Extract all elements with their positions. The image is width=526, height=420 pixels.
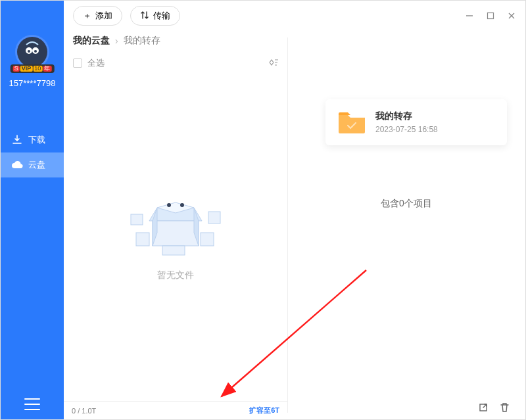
chevron-right-icon: › bbox=[115, 35, 118, 46]
breadcrumb-current: 我的转存 bbox=[124, 35, 160, 47]
vip-number: 10 bbox=[33, 66, 42, 72]
cloud-icon bbox=[11, 159, 23, 171]
svg-rect-17 bbox=[201, 233, 214, 246]
breadcrumb: 我的云盘 › 我的转存 bbox=[64, 31, 287, 51]
folder-icon bbox=[337, 110, 366, 135]
minimize-button[interactable] bbox=[465, 11, 474, 20]
share-button[interactable] bbox=[479, 402, 489, 415]
select-all-label: 全选 bbox=[87, 57, 105, 69]
empty-box-icon bbox=[116, 175, 235, 260]
vip-badge: S VIP 10 年 bbox=[11, 64, 55, 73]
folder-name: 我的转存 bbox=[375, 110, 438, 122]
left-pane: 我的云盘 › 我的转存 全选 bbox=[64, 31, 287, 419]
svg-rect-5 bbox=[488, 13, 494, 19]
folder-card[interactable]: 我的转存 2023-07-25 16:58 bbox=[325, 99, 507, 145]
maximize-button[interactable] bbox=[486, 11, 495, 20]
vip-prefix-icon: S bbox=[13, 66, 20, 72]
avatar-face-icon bbox=[17, 37, 47, 67]
app-window: S VIP 10 年 157****7798 下载 云盘 bbox=[0, 0, 526, 420]
plus-icon: ＋ bbox=[83, 10, 91, 22]
breadcrumb-root[interactable]: 我的云盘 bbox=[73, 35, 110, 47]
titlebar: ＋ 添加 传输 bbox=[64, 1, 525, 31]
sidebar-item-download[interactable]: 下载 bbox=[1, 128, 64, 152]
avatar[interactable]: S VIP 10 年 bbox=[15, 35, 49, 69]
main-area: ＋ 添加 传输 我的云盘 › 我的转存 bbox=[64, 1, 525, 419]
right-pane: 我的转存 2023-07-25 16:58 包含0个项目 bbox=[287, 31, 525, 419]
vip-chip: VIP bbox=[20, 66, 33, 72]
svg-rect-16 bbox=[136, 233, 149, 246]
menu-button[interactable] bbox=[24, 398, 40, 410]
transfer-button[interactable]: 传输 bbox=[130, 6, 180, 26]
download-icon bbox=[11, 134, 23, 146]
svg-point-14 bbox=[167, 203, 171, 207]
folder-date: 2023-07-25 16:58 bbox=[375, 125, 438, 134]
sidebar-item-label: 下载 bbox=[28, 134, 45, 146]
sidebar-item-label: 云盘 bbox=[28, 159, 45, 171]
select-all-checkbox[interactable] bbox=[73, 58, 82, 68]
sidebar-nav: 下载 云盘 bbox=[1, 128, 64, 177]
storage-usage: 0 / 1.0T bbox=[72, 407, 96, 415]
svg-point-2 bbox=[28, 50, 30, 53]
sidebar: S VIP 10 年 157****7798 下载 云盘 bbox=[1, 1, 64, 419]
svg-rect-20 bbox=[162, 246, 185, 255]
right-toolbar bbox=[479, 402, 510, 415]
add-button-label: 添加 bbox=[95, 10, 112, 22]
user-phone: 157****7798 bbox=[9, 78, 56, 88]
folder-meta: 我的转存 2023-07-25 16:58 bbox=[375, 110, 438, 134]
window-controls bbox=[465, 11, 516, 20]
vip-suffix: 年 bbox=[43, 66, 51, 72]
select-row: 全选 bbox=[64, 51, 287, 76]
content: 我的云盘 › 我的转存 全选 bbox=[64, 31, 525, 419]
empty-state: 暂无文件 bbox=[64, 76, 287, 419]
folder-count: 包含0个项目 bbox=[297, 198, 516, 210]
expand-storage-link[interactable]: 扩容至6T bbox=[249, 406, 279, 415]
empty-text: 暂无文件 bbox=[157, 269, 194, 281]
vertical-divider bbox=[287, 37, 288, 413]
sort-button[interactable] bbox=[268, 58, 278, 68]
transfer-icon bbox=[140, 11, 149, 22]
svg-point-3 bbox=[34, 50, 37, 53]
transfer-button-label: 传输 bbox=[153, 10, 170, 22]
sidebar-item-cloud[interactable]: 云盘 bbox=[1, 152, 64, 177]
storage-bar: 0 / 1.0T 扩容至6T bbox=[64, 401, 287, 419]
svg-rect-19 bbox=[208, 212, 220, 223]
delete-button[interactable] bbox=[500, 402, 510, 415]
svg-rect-18 bbox=[131, 214, 143, 225]
close-button[interactable] bbox=[507, 11, 516, 20]
svg-point-15 bbox=[180, 203, 184, 207]
add-button[interactable]: ＋ 添加 bbox=[73, 6, 122, 26]
svg-rect-10 bbox=[153, 221, 199, 246]
